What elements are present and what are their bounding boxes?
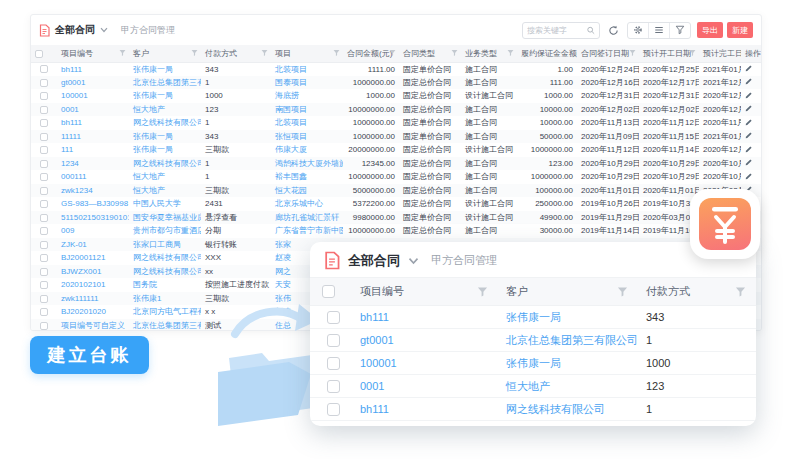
row-checkbox[interactable] xyxy=(40,308,48,316)
row-checkbox[interactable] xyxy=(40,254,48,262)
cell-op[interactable] xyxy=(741,116,762,130)
row-checkbox[interactable] xyxy=(40,92,48,100)
filter-icon[interactable] xyxy=(477,286,488,298)
cell-op[interactable] xyxy=(741,62,762,76)
column-header-bond[interactable]: 履约保证金金额(元) xyxy=(517,45,577,62)
cell-customer[interactable]: 中国人民大学 xyxy=(129,197,201,211)
cell-op[interactable] xyxy=(741,143,762,157)
cell-id[interactable]: bh111 xyxy=(57,62,129,76)
cell-customer[interactable]: 北京住总集团第三有限公司 xyxy=(129,76,201,90)
row-checkbox[interactable] xyxy=(40,295,48,303)
row-checkbox[interactable] xyxy=(40,214,48,222)
cell-id[interactable]: 1234 xyxy=(57,157,129,171)
cell-customer[interactable]: 张伟康一局 xyxy=(498,306,638,329)
export-button[interactable]: 导出 xyxy=(697,22,723,38)
cell-customer[interactable]: 北京住总集团第三有限公司 xyxy=(129,319,201,332)
cell-customer[interactable]: 网之线科技有限公司 xyxy=(129,251,201,265)
column-header-sign_date[interactable]: 合同签订日期 xyxy=(577,45,639,62)
cell-customer[interactable]: 恒大地产 xyxy=(129,184,201,198)
search-input[interactable] xyxy=(527,26,587,35)
column-header-start_date[interactable]: 预计开工日期 xyxy=(639,45,699,62)
cell-project[interactable]: 鸿鹄科技大厦外墙施工项目 xyxy=(271,157,343,171)
cell-project[interactable]: 张恒项目 xyxy=(271,130,343,144)
cell-id[interactable]: 项目编号可自定义 xyxy=(57,319,129,332)
cell-project[interactable]: 恒大花园 xyxy=(271,184,343,198)
cell-customer[interactable]: 恒大地产 xyxy=(129,103,201,117)
cell-op[interactable] xyxy=(741,130,762,144)
cell-op[interactable] xyxy=(741,103,762,117)
new-button[interactable]: 新建 xyxy=(727,22,753,38)
column-header-payment[interactable]: 付款方式 xyxy=(638,278,756,306)
column-header-customer[interactable]: 客户 xyxy=(498,278,638,306)
list-icon[interactable] xyxy=(648,23,669,38)
panel-subtitle[interactable]: 甲方合同管理 xyxy=(121,24,175,37)
column-header-id[interactable]: 项目编号 xyxy=(352,278,498,306)
cell-id[interactable]: 111 xyxy=(57,143,129,157)
cell-customer[interactable]: 张伟康一局 xyxy=(129,143,201,157)
cell-id[interactable]: BJWZX001 xyxy=(57,265,129,279)
edit-icon[interactable] xyxy=(745,172,753,180)
cell-id[interactable]: ZJK-01 xyxy=(57,238,129,252)
cell-customer[interactable]: 张家口工商局 xyxy=(129,238,201,252)
cell-id[interactable]: 100001 xyxy=(352,352,498,375)
edit-icon[interactable] xyxy=(745,64,753,72)
panel-title[interactable]: 全部合同 xyxy=(55,23,95,37)
cell-id[interactable]: 100001 xyxy=(57,89,129,103)
column-header-payment[interactable]: 付款方式 xyxy=(201,45,271,62)
create-ledger-button[interactable]: 建立台账 xyxy=(30,336,149,374)
cell-customer[interactable]: 恒大地产 xyxy=(129,170,201,184)
cell-customer[interactable]: 张伟康一局 xyxy=(129,130,201,144)
filter-icon[interactable] xyxy=(669,23,690,38)
cell-project[interactable]: 裕丰国鑫 xyxy=(271,170,343,184)
edit-icon[interactable] xyxy=(745,158,753,166)
cell-customer[interactable]: 张伟康1 xyxy=(129,292,201,306)
cell-project[interactable]: 伟康大厦 xyxy=(271,143,343,157)
row-checkbox[interactable] xyxy=(40,322,48,330)
cell-customer[interactable]: 网之线科技有限公司 xyxy=(129,157,201,171)
cell-project[interactable]: 北装项目 xyxy=(271,62,343,76)
row-checkbox[interactable] xyxy=(327,334,340,347)
cell-customer[interactable]: 国务院 xyxy=(129,278,201,292)
cell-project[interactable]: 北装项目 xyxy=(271,116,343,130)
row-checkbox[interactable] xyxy=(40,106,48,114)
filter-icon[interactable] xyxy=(451,49,458,57)
column-header-amount[interactable]: 合同金额(元) xyxy=(343,45,399,62)
cell-project[interactable]: 南国项目 xyxy=(271,103,343,117)
filter-icon[interactable] xyxy=(119,49,126,57)
row-checkbox[interactable] xyxy=(40,133,48,141)
filter-icon[interactable] xyxy=(617,286,628,298)
cell-op[interactable] xyxy=(741,170,762,184)
column-header-business_type[interactable]: 业务类型 xyxy=(461,45,517,62)
row-checkbox[interactable] xyxy=(40,241,48,249)
chevron-down-icon[interactable] xyxy=(100,27,108,33)
refresh-icon[interactable] xyxy=(606,25,621,36)
cell-project[interactable]: 广东省普宁市新中医医院... xyxy=(271,224,343,238)
cell-id[interactable]: 009 xyxy=(57,224,129,238)
row-checkbox[interactable] xyxy=(40,146,48,154)
column-header-customer[interactable]: 客户 xyxy=(129,45,201,62)
row-checkbox[interactable] xyxy=(40,187,48,195)
row-checkbox[interactable] xyxy=(40,200,48,208)
cell-project[interactable]: 海底捞 xyxy=(271,89,343,103)
cell-customer[interactable]: 张伟康一局 xyxy=(498,352,638,375)
search-box[interactable] xyxy=(522,22,600,39)
cell-id[interactable]: 0001 xyxy=(352,375,498,398)
cell-customer[interactable]: 北京住总集团第三有限公司 xyxy=(498,329,638,352)
row-checkbox[interactable] xyxy=(40,268,48,276)
filter-icon[interactable] xyxy=(261,49,268,57)
cell-customer[interactable]: 恒大地产 xyxy=(498,375,638,398)
filter-icon[interactable] xyxy=(333,49,340,57)
column-header-op[interactable]: 操作 xyxy=(741,45,762,62)
cell-id[interactable]: BJ20201020 xyxy=(57,305,129,319)
cell-project[interactable]: 国泰项目 xyxy=(271,76,343,90)
column-header-contract_type[interactable]: 合同类型 xyxy=(399,45,461,62)
row-checkbox[interactable] xyxy=(40,160,48,168)
edit-icon[interactable] xyxy=(745,104,753,112)
filter-icon[interactable] xyxy=(629,49,636,57)
edit-icon[interactable] xyxy=(745,131,753,139)
row-checkbox[interactable] xyxy=(327,357,340,370)
cell-id[interactable]: gt0001 xyxy=(352,329,498,352)
edit-icon[interactable] xyxy=(745,91,753,99)
cell-op[interactable] xyxy=(741,157,762,171)
cell-customer[interactable]: 网之线科技有限公司 xyxy=(498,398,638,421)
